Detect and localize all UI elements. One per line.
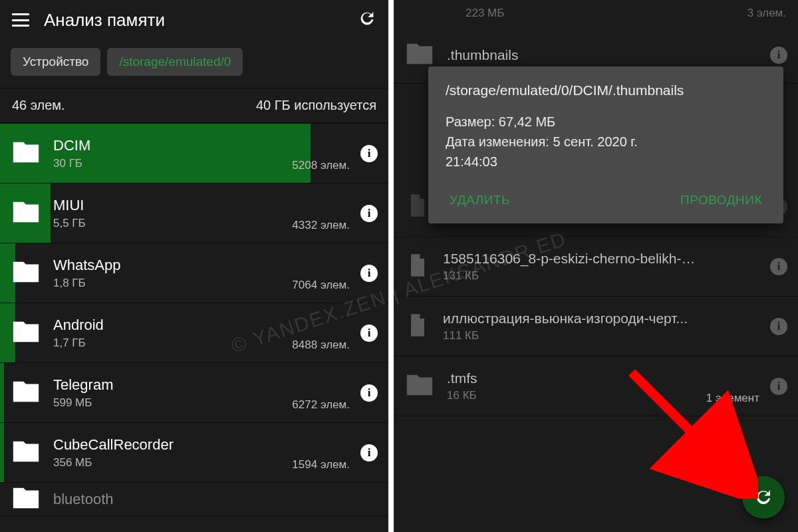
page-title: Анализ памяти (44, 10, 358, 31)
dialog-size: Размер: 67,42 МБ (446, 112, 766, 132)
breadcrumb-device[interactable]: Устройство (11, 48, 100, 76)
folder-name: Android (53, 317, 292, 334)
info-icon[interactable]: i (770, 378, 787, 395)
folder-name: DCIM (53, 137, 292, 154)
folder-name: bluetooth (53, 491, 378, 508)
info-icon[interactable]: i (770, 258, 787, 275)
folder-row[interactable]: CubeCallRecorder356 МБ 1594 элем. i (0, 423, 388, 483)
folder-size: 356 МБ (53, 456, 292, 469)
item-name: .tmfs (447, 370, 700, 386)
folder-count: 6272 элем. (292, 398, 350, 422)
info-icon[interactable]: i (360, 205, 378, 222)
folder-icon (11, 197, 41, 230)
folder-name: Telegram (53, 376, 292, 394)
folder-icon (11, 376, 41, 410)
item-extra: 1 элемент (706, 392, 759, 416)
peek-count: 3 элем. (747, 7, 786, 20)
app-header: Анализ памяти (0, 0, 388, 40)
file-icon (404, 311, 431, 342)
folder-count: 8488 элем. (292, 338, 350, 362)
info-icon[interactable]: i (360, 325, 378, 342)
folder-row[interactable]: MIUI5,5 ГБ 4332 элем. i (0, 184, 388, 243)
folder-row[interactable]: DCIM30 ГБ 5208 элем. i (0, 124, 388, 184)
file-row[interactable]: 1585116306_8-p-eskizi-cherno-belikh-t...… (394, 237, 798, 297)
info-icon[interactable]: i (360, 444, 378, 462)
dialog-path: /storage/emulated/0/DCIM/.thumbnails (446, 82, 766, 98)
storage-analysis-panel: Анализ памяти Устройство /storage/emulat… (0, 0, 394, 532)
explorer-button[interactable]: ПРОВОДНИК (676, 186, 766, 214)
item-name: иллюстрация-вьюнка-изгороди-черт... (443, 311, 696, 327)
folder-icon (11, 483, 41, 516)
refresh-icon[interactable] (358, 9, 376, 31)
folder-count: 4332 элем. (292, 219, 350, 243)
info-icon[interactable]: i (360, 384, 378, 402)
folder-row[interactable]: Android1,7 ГБ 8488 элем. i (0, 303, 388, 363)
breadcrumb-path[interactable]: /storage/emulated/0 (107, 48, 243, 76)
folder-icon (11, 137, 41, 170)
info-icon[interactable]: i (360, 145, 378, 162)
item-count: 46 элем. (12, 98, 65, 113)
folder-row[interactable]: Telegram599 МБ 6272 элем. i (0, 363, 388, 423)
item-name: .thumbnails (447, 47, 700, 63)
dialog-date: Дата изменения: 5 сент. 2020 г. (446, 132, 766, 152)
folder-name: CubeCallRecorder (53, 436, 292, 454)
folder-icon (11, 257, 41, 290)
folder-size: 30 ГБ (53, 157, 292, 170)
item-size: 131 КБ (443, 269, 770, 283)
folder-size: 599 МБ (53, 396, 292, 410)
folder-contents-panel: 223 МБ 3 элем. .thumbnails i c7a6f129577… (394, 0, 798, 532)
folder-row[interactable]: .tmfs16 КБ 1 элемент i (394, 356, 798, 416)
folder-row[interactable]: bluetooth (0, 483, 388, 516)
file-icon (404, 251, 431, 283)
refresh-icon (753, 487, 773, 507)
info-icon[interactable]: i (360, 265, 378, 282)
folder-size: 1,7 ГБ (53, 336, 292, 350)
list-item-peek: 223 МБ 3 элем. (394, 0, 798, 27)
folder-icon (404, 370, 435, 403)
folder-count: 7064 элем. (292, 279, 350, 303)
peek-size: 223 МБ (466, 7, 504, 20)
info-dialog: /storage/emulated/0/DCIM/.thumbnails Раз… (428, 66, 783, 223)
item-size: 16 КБ (447, 389, 706, 402)
file-icon (404, 191, 431, 223)
refresh-fab[interactable] (742, 476, 785, 519)
folder-row[interactable]: WhatsApp1,8 ГБ 7064 элем. i (0, 243, 388, 303)
dialog-time: 21:44:03 (446, 152, 766, 172)
folder-name: WhatsApp (53, 257, 292, 274)
stats-bar: 46 элем. 40 ГБ используется (0, 88, 388, 124)
breadcrumb: Устройство /storage/emulated/0 (0, 40, 388, 88)
folder-count: 5208 элем. (292, 159, 350, 183)
folder-size: 1,8 ГБ (53, 277, 292, 290)
info-icon[interactable]: i (770, 318, 787, 335)
used-space: 40 ГБ используется (256, 98, 376, 113)
folder-icon (11, 317, 41, 350)
info-icon[interactable]: i (770, 47, 787, 64)
item-name: 1585116306_8-p-eskizi-cherno-belikh-t... (443, 251, 696, 267)
folder-size: 5,5 ГБ (53, 217, 292, 230)
folder-name: MIUI (53, 197, 292, 214)
file-row[interactable]: иллюстрация-вьюнка-изгороди-черт...111 К… (394, 297, 798, 356)
delete-button[interactable]: УДАЛИТЬ (446, 186, 514, 214)
folder-count: 1594 элем. (292, 458, 350, 482)
menu-icon[interactable] (12, 13, 29, 27)
item-size: 111 КБ (443, 329, 770, 342)
folder-icon (11, 436, 41, 469)
